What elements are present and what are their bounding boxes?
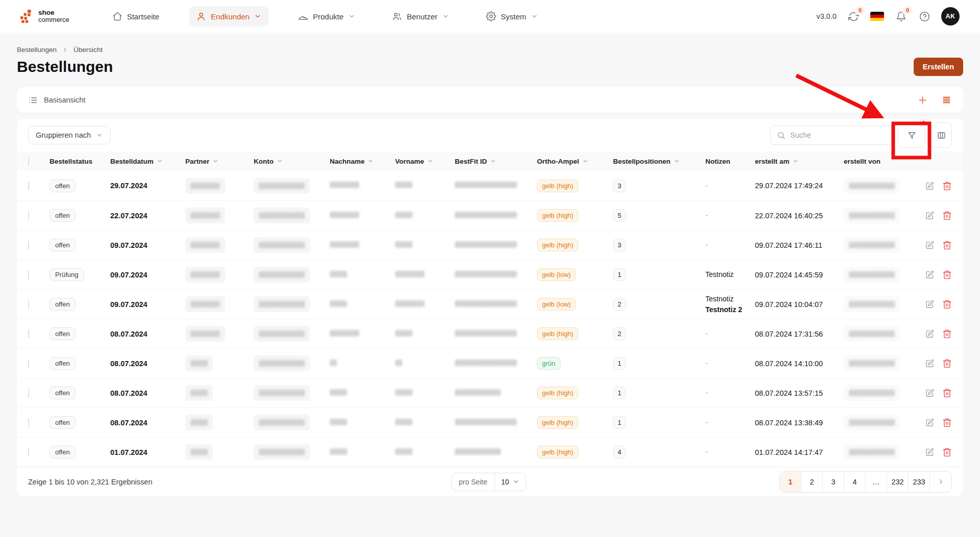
sync-button[interactable]: 0	[847, 10, 860, 23]
order-date: 01.07.2024	[110, 448, 185, 456]
logo[interactable]: shoe commerce	[20, 9, 69, 23]
row-checkbox[interactable]	[28, 241, 29, 250]
edit-button[interactable]	[925, 211, 935, 220]
row-actions	[914, 181, 952, 191]
nav-item-system[interactable]: System	[479, 6, 545, 27]
page-button-232[interactable]: 232	[887, 472, 909, 492]
search-input[interactable]	[790, 131, 886, 139]
page-button-2[interactable]: 2	[801, 472, 823, 492]
table-row[interactable]: offen 08.07.2024 grün 1 - 08.07.2024 14:…	[17, 348, 963, 378]
delete-button[interactable]	[942, 359, 952, 368]
row-checkbox[interactable]	[28, 181, 29, 190]
note-line: -	[705, 417, 755, 427]
nav-item-startseite[interactable]: Startseite	[105, 6, 166, 27]
group-by-label: Gruppieren nach	[36, 131, 91, 139]
konto-cell	[254, 237, 330, 253]
note-line: -	[705, 181, 755, 191]
pencil-icon	[925, 270, 935, 279]
edit-button[interactable]	[925, 270, 935, 279]
notifications-button[interactable]: 0	[894, 10, 908, 23]
edit-button[interactable]	[925, 418, 935, 427]
edit-button[interactable]	[925, 388, 935, 398]
view-selector[interactable]: Basisansicht	[28, 95, 85, 105]
manage-views-button[interactable]	[941, 95, 952, 106]
edit-button[interactable]	[925, 181, 935, 191]
delete-button[interactable]	[942, 388, 952, 398]
delete-button[interactable]	[942, 211, 952, 220]
page-button-4[interactable]: 4	[844, 472, 866, 492]
edit-button[interactable]	[925, 240, 935, 250]
column-header-erstellt-von: erstellt von	[844, 158, 914, 165]
nav-item-benutzer[interactable]: Benutzer	[385, 6, 456, 27]
help-button[interactable]	[918, 10, 931, 23]
breadcrumb-item-uebersicht[interactable]: Übersicht	[74, 46, 103, 54]
row-checkbox[interactable]	[28, 300, 29, 309]
table-row[interactable]: offen 01.07.2024 gelb (high) 4 - 01.07.2…	[17, 437, 963, 467]
redacted-created-by	[849, 183, 895, 189]
delete-button[interactable]	[942, 181, 952, 191]
breadcrumb-item-bestellungen[interactable]: Bestellungen	[17, 46, 57, 54]
edit-button[interactable]	[925, 359, 935, 368]
chevron-down-icon	[427, 158, 433, 164]
delete-button[interactable]	[942, 240, 952, 250]
nachname-cell	[330, 271, 395, 279]
table-row[interactable]: offen 08.07.2024 gelb (high) 2 - 08.07.2…	[17, 319, 963, 348]
add-view-button[interactable]	[917, 95, 928, 106]
delete-button[interactable]	[942, 299, 952, 309]
page-button-3[interactable]: 3	[823, 472, 844, 492]
column-header-nachname[interactable]: Nachname	[330, 158, 395, 165]
column-header-bestelldatum[interactable]: Bestelldatum	[110, 158, 185, 165]
table-row[interactable]: offen 29.07.2024 gelb (high) 3 - 29.07.2…	[17, 171, 963, 200]
partner-cell	[185, 208, 254, 223]
column-header-bestellpositionen[interactable]: Bestellpositionen	[613, 158, 705, 165]
page-button-233[interactable]: 233	[909, 472, 930, 492]
row-checkbox[interactable]	[28, 211, 29, 220]
column-header-konto[interactable]: Konto	[254, 158, 330, 165]
column-header-bestfit-id[interactable]: BestFit ID	[455, 158, 537, 165]
table-row[interactable]: offen 22.07.2024 gelb (high) 5 - 22.07.2…	[17, 200, 963, 230]
redacted-vorname	[395, 182, 412, 188]
page-button-…[interactable]: …	[866, 472, 887, 492]
edit-button[interactable]	[925, 329, 935, 339]
column-label: erstellt von	[844, 158, 880, 165]
row-checkbox[interactable]	[28, 389, 29, 398]
delete-button[interactable]	[942, 270, 952, 279]
view-bar[interactable]: Basisansicht	[17, 87, 963, 113]
next-page-button[interactable]	[930, 472, 951, 492]
delete-button[interactable]	[942, 447, 952, 457]
group-by-button[interactable]: Gruppieren nach	[28, 126, 111, 144]
redacted-created-by	[849, 271, 895, 278]
table-row[interactable]: Prüfung 09.07.2024 gelb (low) 1 Testnoti…	[17, 260, 963, 289]
page-button-1[interactable]: 1	[780, 472, 801, 492]
row-checkbox[interactable]	[28, 270, 29, 279]
row-checkbox[interactable]	[28, 359, 29, 368]
delete-button[interactable]	[942, 418, 952, 427]
nav-item-produkte[interactable]: Produkte	[291, 6, 362, 27]
row-checkbox[interactable]	[28, 329, 29, 339]
columns-button[interactable]	[930, 122, 952, 148]
table-row[interactable]: offen 09.07.2024 gelb (high) 3 - 09.07.2…	[17, 230, 963, 260]
table-row[interactable]: offen 09.07.2024 gelb (low) 2 TestnotizT…	[17, 289, 963, 319]
german-flag-icon[interactable]	[870, 12, 884, 21]
vorname-cell	[395, 419, 455, 427]
filter-button[interactable]: 0	[898, 122, 925, 148]
created-at: 08.07.2024 13:38:49	[755, 419, 844, 427]
table-row[interactable]: offen 08.07.2024 gelb (high) 1 - 08.07.2…	[17, 407, 963, 437]
column-header-vorname[interactable]: Vorname	[395, 158, 455, 165]
column-header-erstellt-am[interactable]: erstellt am	[755, 158, 844, 165]
row-checkbox[interactable]	[28, 418, 29, 427]
delete-button[interactable]	[942, 329, 952, 339]
table-row[interactable]: offen 08.07.2024 gelb (high) 1 - 08.07.2…	[17, 378, 963, 407]
select-all-checkbox[interactable]	[28, 157, 29, 166]
edit-button[interactable]	[925, 447, 935, 457]
per-page-label: pro Seite	[452, 473, 495, 491]
create-button[interactable]: Erstellen	[914, 58, 963, 76]
chevron-down-icon	[442, 13, 449, 20]
edit-button[interactable]	[925, 299, 935, 309]
avatar[interactable]: AK	[941, 7, 960, 25]
row-checkbox[interactable]	[28, 448, 29, 457]
column-header-ortho-ampel[interactable]: Ortho-Ampel	[537, 158, 613, 165]
nav-item-endkunden[interactable]: Endkunden	[189, 6, 268, 27]
column-header-partner[interactable]: Partner	[185, 158, 254, 165]
per-page-select[interactable]: pro Seite 10	[451, 473, 526, 491]
